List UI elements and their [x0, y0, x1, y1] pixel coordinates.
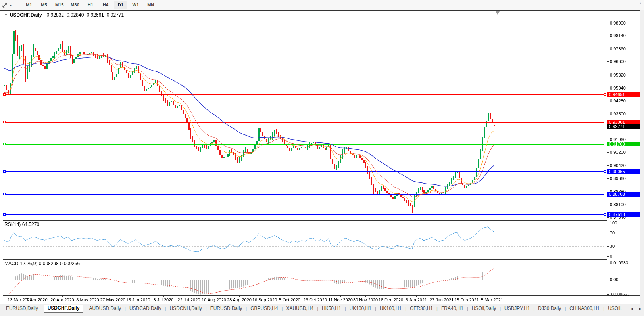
toolbar-grip	[17, 2, 17, 8]
toolbar: ▼ M1M5M15M30H1H4D1W1MN ▲	[0, 0, 644, 10]
cursor-tool-icon[interactable]	[2, 2, 8, 8]
tab-usoil-daily[interactable]: USOil,Daily	[468, 305, 500, 312]
price-axis-tick: 0.98140	[610, 33, 626, 38]
price-line-label: 0.87513	[607, 212, 640, 217]
macd-axis-tick: -0.009653	[610, 292, 630, 297]
tab-hk50-h1[interactable]: HK50,H1	[318, 305, 345, 312]
tab-xauusd-h4[interactable]: XAUUSD,H4	[283, 305, 317, 312]
price-axis-tick: 0.95040	[610, 86, 626, 90]
timeframe-button-mn[interactable]: MN	[144, 1, 158, 9]
macd-axis-tick: 0.00	[610, 277, 618, 282]
rsi-axis-tick: 0	[610, 254, 612, 259]
toolbar-overflow-icon[interactable]: ▲	[639, 2, 642, 5]
tab-gbpusd-h4[interactable]: GBPUSD,H4	[247, 305, 281, 312]
price-axis-tick: 0.91200	[610, 150, 626, 155]
tab-eurusd-daily[interactable]: EURUSD,Daily	[207, 305, 246, 312]
price-line-label: 0.94651	[607, 92, 640, 97]
price-line-label: 0.88703	[607, 192, 640, 197]
timeframe-button-h4[interactable]: H4	[99, 1, 112, 9]
date-axis-label: 5 Mar 2021	[473, 297, 511, 302]
ohlc-open: 0.92832	[47, 12, 64, 18]
rsi-axis-tick: 100	[610, 220, 617, 225]
tab-usdchf-daily[interactable]: USDCHF,Daily	[44, 305, 84, 313]
timeframe-button-m1[interactable]: M1	[22, 1, 36, 9]
timeframe-button-d1[interactable]: D1	[114, 1, 127, 9]
timeframe-buttons: M1M5M15M30H1H4D1W1MN	[21, 1, 158, 9]
tab-usdcad-daily[interactable]: USDCAD,Daily	[126, 305, 165, 312]
macd-label: MACD(12,26,9) 0.008298 0.009256	[4, 261, 80, 266]
tab-china300-h1[interactable]: CHINA300,H1	[566, 305, 603, 312]
chart-collapse-icon[interactable]: ▼	[4, 13, 8, 17]
chart-header: ▼USDCHF,Daily0.928320.928400.926610.9277…	[4, 12, 127, 18]
price-axis-tick: 0.90420	[610, 163, 626, 168]
tab-eurusd-daily[interactable]: EURUSD,Daily	[2, 305, 42, 312]
price-axis-tick: 0.95820	[610, 73, 626, 77]
tab-ger30-h1[interactable]: GER30,H1	[406, 305, 436, 312]
price-axis-tick: 0.96600	[610, 59, 626, 64]
chart-window: ▼ M1M5M15M30H1H4D1W1MN ▲ ▼USDCHF,Daily0.…	[0, 0, 644, 316]
price-line-label: 0.91709	[607, 142, 640, 146]
tab-usoil[interactable]: USOil,	[604, 305, 625, 312]
tab-scroll-left-icon[interactable]: ◄	[630, 307, 634, 311]
price-axis-tick: 0.93500	[610, 111, 626, 116]
tab-uk100-h1[interactable]: UK100,H1	[346, 305, 375, 312]
timeframe-button-w1[interactable]: W1	[129, 1, 142, 9]
timeframe-button-h1[interactable]: H1	[84, 1, 97, 9]
chart-canvas[interactable]	[0, 0, 644, 316]
tab-scroll-controls: ◄ ►	[628, 304, 644, 313]
tab-usdcnh-daily[interactable]: USDCNH,Daily	[166, 305, 205, 312]
tab-scroll-right-icon[interactable]: ►	[638, 307, 642, 311]
ohlc-low: 0.92661	[87, 12, 104, 18]
price-line-label: 0.90055	[607, 169, 640, 174]
tab-audusd-daily[interactable]: AUDUSD,Daily	[85, 305, 125, 312]
rsi-label: RSI(14) 64.5270	[4, 222, 39, 227]
ohlc-high: 0.92840	[67, 12, 84, 18]
tab-usdjpy-h1[interactable]: USDJPY,H1	[501, 305, 533, 312]
timeframe-button-m15[interactable]: M15	[52, 1, 66, 9]
ohlc-close: 0.92771	[107, 12, 124, 18]
timeframe-button-m5[interactable]: M5	[37, 1, 51, 9]
tab-fra40-h1[interactable]: FRA40,H1	[438, 305, 467, 312]
price-axis-tick: 0.98900	[610, 21, 626, 25]
price-axis-tick: 0.88100	[610, 202, 626, 207]
tab-uk100-h1[interactable]: UK100,H1	[376, 305, 405, 312]
current-price-label: 0.92771	[607, 124, 640, 129]
tab-dj30-daily[interactable]: DJ30,Daily	[534, 305, 565, 312]
macd-axis-tick: 0.010933	[610, 260, 628, 265]
rsi-axis-tick: 70	[610, 230, 615, 235]
price-axis-tick: 0.94280	[610, 98, 626, 103]
rsi-axis-tick: 30	[610, 244, 615, 249]
price-axis-tick: 0.89660	[610, 176, 626, 181]
price-axis-tick: 0.97360	[610, 46, 626, 51]
tool-dropdown-caret-icon[interactable]: ▼	[10, 4, 12, 7]
symbol-tabs: EURUSD,DailyUSDCHF,DailyAUDUSD,Daily|USD…	[0, 304, 644, 313]
timeframe-button-m30[interactable]: M30	[68, 1, 82, 9]
chart-symbol-title: USDCHF,Daily	[10, 12, 42, 18]
